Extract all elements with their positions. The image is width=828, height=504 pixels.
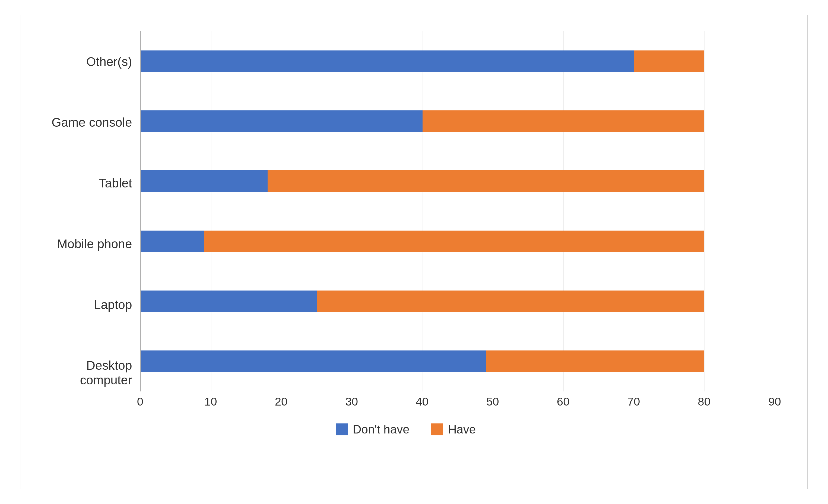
y-label-tablet: Tablet [37, 176, 140, 190]
chart-area: Other(s)Game consoleTabletMobile phoneLa… [37, 31, 775, 413]
bar-segment-dont-have [141, 290, 317, 312]
y-label-desktop-computer: Desktop computer [37, 358, 140, 387]
bar-segment-dont-have [141, 351, 486, 372]
x-tick-20: 20 [275, 395, 288, 408]
bar-segment-have [486, 351, 704, 372]
bar-segment-dont-have [141, 231, 204, 252]
x-tick-30: 30 [345, 395, 358, 408]
bar-row [141, 46, 775, 76]
bar-track [141, 351, 704, 372]
bar-track [141, 50, 704, 72]
legend-swatch-orange [431, 423, 443, 436]
x-tick-50: 50 [486, 395, 499, 408]
bar-segment-dont-have [141, 170, 267, 192]
legend-label-dont-have: Don't have [353, 423, 410, 436]
bar-track [141, 170, 704, 192]
grid-line-10 [211, 31, 211, 392]
bar-segment-have [422, 110, 704, 132]
bar-row [141, 106, 775, 136]
legend-item-have: Have [431, 423, 476, 436]
x-tick-40: 40 [416, 395, 428, 408]
y-axis-labels: Other(s)Game consoleTabletMobile phoneLa… [37, 31, 140, 413]
bar-segment-have [634, 50, 704, 72]
bar-segment-dont-have [141, 50, 634, 72]
bar-segment-have [267, 170, 704, 192]
x-tick-90: 90 [768, 395, 781, 408]
x-tick-70: 70 [627, 395, 640, 408]
bar-track [141, 231, 704, 252]
bar-row [141, 227, 775, 256]
bar-track [141, 110, 704, 132]
x-tick-10: 10 [204, 395, 217, 408]
x-tick-80: 80 [698, 395, 710, 408]
x-tick-60: 60 [557, 395, 570, 408]
x-axis: 0102030405060708090 [140, 392, 775, 413]
grid-line-40 [422, 31, 423, 392]
bar-segment-have [204, 231, 704, 252]
legend-swatch-blue [336, 423, 348, 436]
bar-segment-dont-have [141, 110, 422, 132]
bar-row [141, 347, 775, 376]
bars-area [140, 31, 775, 392]
bars-and-xaxis: 0102030405060708090 [140, 31, 775, 413]
legend-item-dont-have: Don't have [336, 423, 410, 436]
bar-row [141, 166, 775, 196]
bar-row [141, 286, 775, 316]
grid-line-90 [775, 31, 775, 392]
y-label-laptop: Laptop [37, 297, 140, 312]
grid-line-70 [634, 31, 634, 392]
bar-track [141, 290, 704, 312]
y-label-mobile-phone: Mobile phone [37, 236, 140, 251]
legend-label-have: Have [448, 423, 476, 436]
y-label-game-console: Game console [37, 115, 140, 130]
grid-line-20 [282, 31, 282, 392]
x-tick-0: 0 [137, 395, 143, 408]
grid-line-30 [352, 31, 352, 392]
grid-line-80 [704, 31, 705, 392]
y-label-other(s): Other(s) [37, 54, 140, 69]
chart-container: Other(s)Game consoleTabletMobile phoneLa… [20, 15, 808, 489]
bar-segment-have [317, 290, 704, 312]
grid-line-0 [141, 31, 141, 392]
chart-legend: Don't have Have [37, 419, 775, 440]
